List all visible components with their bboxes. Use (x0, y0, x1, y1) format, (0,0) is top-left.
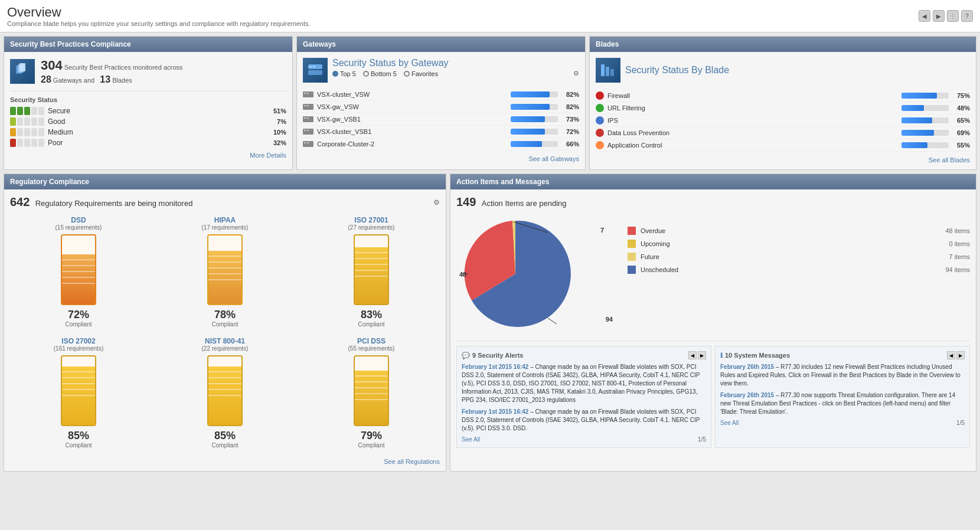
upcoming-color (628, 240, 636, 248)
nav-back-button[interactable]: ◀ (919, 10, 930, 22)
unscheduled-color (628, 266, 636, 274)
rc-grid: DSD (15 requirements) 72% Compliant (10, 216, 440, 449)
pcidss-bottle (354, 355, 389, 426)
see-all-blades-link[interactable]: See all Blades (596, 156, 970, 163)
chat-icon: 💬 (462, 352, 470, 359)
info-icon: ℹ (720, 352, 723, 359)
security-alerts-panel: 💬 9 Security Alerts ◀ ▶ February 1st 201… (456, 346, 711, 448)
rc-item-dsd: DSD (15 requirements) 72% Compliant (10, 216, 147, 328)
upcoming-label: Upcoming (641, 240, 945, 247)
dsd-req: (15 requirements) (55, 224, 102, 231)
svg-rect-23 (606, 67, 609, 76)
iso27001-link[interactable]: ISO 27001 (354, 216, 388, 224)
bl-pct: 75% (952, 92, 970, 99)
system-messages-panel: ℹ 10 System Messages ◀ ▶ February 26th 2… (715, 346, 970, 448)
gw-option-bottom5[interactable]: Bottom 5 (363, 70, 397, 77)
gw-options: Top 5 Bottom 5 Favorites ⚙ (332, 70, 579, 77)
gw-row: VSX-cluster_VSB1 72% (303, 126, 579, 138)
progress-bg (901, 117, 949, 123)
rc-content: 642 Regulatory Requirements are being mo… (4, 189, 446, 471)
iso27002-compliant: Compliant (65, 442, 92, 449)
bl-name: Application Control (596, 141, 662, 149)
secure-bar (10, 107, 44, 115)
pcidss-fill (355, 371, 388, 425)
iso27002-link[interactable]: ISO 27002 (61, 337, 95, 345)
gw-pct: 73% (561, 116, 579, 123)
svg-rect-10 (303, 104, 313, 110)
system-messages-see-all[interactable]: See All (720, 420, 739, 426)
sbp-divider (10, 91, 286, 91)
bl-list: Firewall 75% URL Filtering (596, 90, 970, 152)
gw-name: VSX-gw_VSB1 (303, 115, 361, 123)
nist-pct: 85% (214, 430, 236, 442)
svg-rect-24 (610, 69, 614, 76)
gw-right: 72% (511, 128, 579, 135)
bl-right: 55% (901, 142, 970, 149)
more-details-link[interactable]: More Details (10, 152, 286, 159)
svg-rect-17 (304, 130, 306, 131)
url-filtering-icon (596, 104, 604, 112)
system-messages-next[interactable]: ▶ (956, 351, 965, 359)
system-message-item-1: February 26th 2015 – R77.30 includes 12 … (720, 363, 965, 388)
gw-settings-icon[interactable]: ⚙ (573, 70, 579, 77)
pcidss-link[interactable]: PCI DSS (357, 337, 386, 345)
gw-row: VSX-cluster_VSW 82% (303, 89, 579, 101)
top-row: Security Best Practices Compliance 304 S… (0, 32, 980, 174)
bl-pct: 69% (952, 129, 970, 136)
svg-rect-8 (304, 93, 306, 94)
progress-fill (511, 129, 545, 135)
bl-panel-header: Blades (590, 37, 976, 52)
header-navigation: ◀ ▶ ⋮ ? (919, 10, 973, 22)
legend-future: Future 7 items (628, 253, 970, 261)
gateways-panel: Gateways Security Status by Gateway (296, 36, 586, 170)
hipaa-link[interactable]: HIPAA (214, 216, 236, 224)
nav-help-button[interactable]: ? (961, 10, 973, 22)
security-alert-item-2: February 1st 2015 16:42 – Change made by… (462, 408, 706, 433)
alerts-divider (456, 341, 970, 341)
security-alerts-prev[interactable]: ◀ (688, 351, 697, 359)
svg-rect-4 (309, 66, 312, 67)
nist-bottle (207, 355, 243, 426)
see-all-regulations-link[interactable]: See all Regulations (10, 458, 440, 465)
nav-menu-button[interactable]: ⋮ (947, 10, 959, 22)
rc-count-label: Regulatory Requirements are being monito… (35, 199, 193, 208)
radio-top5 (332, 71, 338, 77)
svg-rect-13 (303, 116, 313, 122)
pcidss-req: (55 requirements) (348, 345, 395, 352)
gw-right: 73% (511, 116, 579, 123)
system-message-item-2: February 26th 2015 – R77.30 now supports… (720, 391, 965, 416)
iso27001-bottle (354, 234, 389, 305)
progress-bg (511, 116, 558, 122)
dsd-fill (62, 254, 95, 304)
device-icon (303, 140, 313, 148)
blades-panel: Blades Security Status By Blade (589, 36, 976, 170)
security-alerts-next[interactable]: ▶ (698, 351, 706, 359)
nist-link[interactable]: NIST 800-41 (205, 337, 245, 345)
rc-settings-icon[interactable]: ⚙ (433, 198, 440, 207)
unscheduled-label: Unscheduled (641, 266, 940, 273)
regulatory-compliance-panel: Regulatory Compliance 642 Regulatory Req… (4, 174, 446, 472)
gw-option-top5[interactable]: Top 5 (332, 70, 356, 77)
security-alerts-header: 💬 9 Security Alerts ◀ ▶ (462, 351, 706, 359)
security-alerts-see-all[interactable]: See All (462, 436, 480, 443)
svg-rect-19 (303, 141, 313, 147)
svg-rect-20 (304, 142, 306, 143)
svg-rect-9 (307, 93, 309, 94)
system-messages-nav: ◀ ▶ (947, 351, 965, 359)
iso27001-req: (27 requirements) (348, 224, 395, 231)
see-all-gateways-link[interactable]: See all Gateways (303, 155, 579, 162)
bl-name: URL Filtering (596, 104, 645, 112)
dsd-link[interactable]: DSD (71, 216, 86, 224)
bl-right: 75% (901, 92, 970, 99)
svg-rect-11 (304, 105, 306, 106)
system-messages-prev[interactable]: ◀ (947, 351, 955, 359)
svg-rect-2 (19, 63, 25, 71)
status-section-label: Security Status (10, 96, 286, 103)
gw-option-favorites[interactable]: Favorites (404, 70, 438, 77)
nist-compliant: Compliant (211, 442, 238, 449)
hipaa-bottle (207, 234, 243, 305)
nav-forward-button[interactable]: ▶ (933, 10, 945, 22)
gw-name: VSX-cluster_VSW (303, 90, 370, 99)
radio-favorites (404, 71, 410, 77)
ai-panel-header: Action Items and Messages (450, 174, 976, 189)
